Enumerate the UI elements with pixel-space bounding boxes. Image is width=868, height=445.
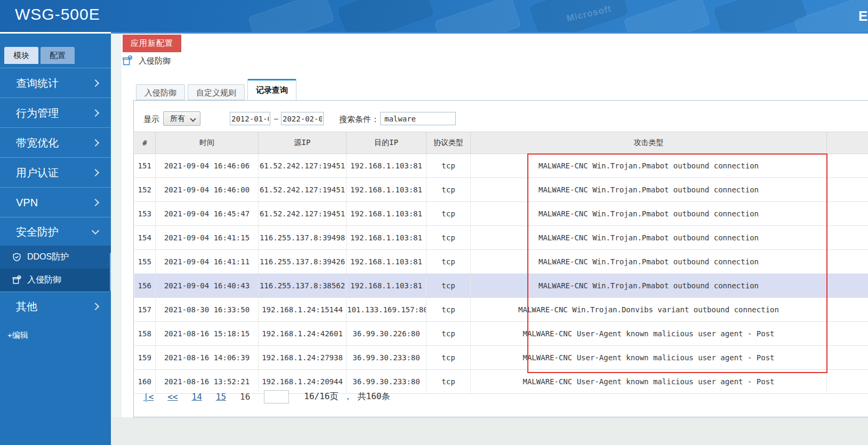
table-cell: 159 (134, 346, 156, 370)
pagination-page-info: 16/16页 (304, 391, 338, 402)
header-right-truncated-text[interactable]: E (858, 8, 867, 25)
chevron-right-icon (92, 303, 99, 310)
table-cell: 2021-08-30 16:33:50 (156, 298, 259, 322)
col-header-dst-ip: 目的IP (347, 132, 427, 154)
sidebar-item-ddos-protection[interactable]: DDOS防护 (0, 246, 111, 269)
table-cell: 192.168.1.103:81 (347, 202, 427, 226)
package-check-icon (12, 275, 22, 285)
sidebar-item-vpn[interactable]: VPN (0, 187, 111, 217)
table-row[interactable]: 1522021-09-04 16:46:0061.52.242.127:1945… (134, 178, 868, 202)
table-cell: MALWARE-CNC Win.Trojan.Pmabot outbound c… (471, 250, 827, 274)
keyboard-decoration (623, 0, 711, 32)
table-cell: MALWARE-CNC Win.Trojan.Pmabot outbound c… (471, 154, 827, 178)
sidebar-tab-modules[interactable]: 模块 (4, 47, 38, 64)
tab-custom-rules[interactable]: 自定义规则 (188, 84, 245, 100)
table-row[interactable]: 1592021-08-16 14:06:39192.168.1.24:27938… (134, 346, 868, 370)
tab-intrusion-prevention[interactable]: 入侵防御 (136, 84, 185, 100)
table-cell: MALWARE-CNC Win.Trojan.Pmabot outbound c… (471, 226, 827, 250)
sidebar: 模块 配置 查询统计 行为管理 带宽优化 用户认证 VPN (0, 32, 111, 445)
table-cell (827, 298, 868, 322)
table-row[interactable]: 1552021-09-04 16:41:11116.255.137.8:3942… (134, 250, 868, 274)
sidebar-edit-button[interactable]: +编辑 (0, 321, 111, 341)
table-row[interactable]: 1572021-08-30 16:33:50192.168.1.24:15144… (134, 298, 868, 322)
table-cell: 2021-09-04 16:41:15 (156, 226, 259, 250)
table-cell: 2021-09-04 16:45:47 (156, 202, 259, 226)
sidebar-menu: 查询统计 行为管理 带宽优化 用户认证 VPN 安全防护 (0, 68, 111, 341)
sidebar-item-label: 带宽优化 (16, 137, 59, 149)
apply-new-config-button[interactable]: 应用新配置 (123, 35, 181, 52)
sidebar-item-user-auth[interactable]: 用户认证 (0, 157, 111, 187)
table-cell: 2021-09-04 16:41:11 (156, 250, 259, 274)
table-cell (827, 274, 868, 298)
sidebar-item-others[interactable]: 其他 (0, 292, 111, 321)
record-query-panel: 显示 所有 – 搜索条件： # 时间 源IP 目的IP 协议类型 攻击类型 (133, 100, 868, 417)
col-header-attack-type: 攻击类型 (471, 132, 827, 154)
display-label: 显示 (143, 115, 159, 125)
sidebar-item-label: 行为管理 (16, 107, 59, 119)
chevron-down-icon (92, 226, 99, 234)
sidebar-item-query-stats[interactable]: 查询统计 (0, 68, 111, 98)
table-cell: 192.168.1.103:81 (347, 250, 427, 274)
sidebar-item-bandwidth[interactable]: 带宽优化 (0, 127, 111, 157)
table-cell: 61.52.242.127:19451 (259, 154, 347, 178)
table-cell (827, 346, 868, 370)
table-cell: 116.255.137.8:39498 (259, 226, 347, 250)
pagination: |< << 14 15 16 16/16页 ， 共160条 (143, 390, 395, 403)
content-tabbar: 入侵防御 自定义规则 记录查询 (136, 79, 299, 100)
table-cell: 2021-08-16 14:06:39 (156, 346, 259, 370)
pagination-page-input[interactable] (264, 390, 289, 403)
table-row[interactable]: 1532021-09-04 16:45:4761.52.242.127:1945… (134, 202, 868, 226)
table-header-row: # 时间 源IP 目的IP 协议类型 攻击类型 (134, 132, 868, 154)
table-cell: tcp (427, 226, 471, 250)
pagination-page-link[interactable]: 14 (192, 392, 202, 402)
table-cell: 156 (134, 274, 156, 298)
pagination-first-link[interactable]: |< (143, 392, 154, 402)
date-to-input[interactable] (281, 112, 324, 125)
pagination-prev-link[interactable]: << (167, 392, 178, 402)
table-cell: 192.168.1.103:81 (347, 226, 427, 250)
table-cell: 154 (134, 226, 156, 250)
table-row[interactable]: 1562021-09-04 16:40:43116.255.137.8:3856… (134, 274, 868, 298)
sidebar-item-security[interactable]: 安全防护 (0, 217, 111, 246)
table-cell: tcp (427, 202, 471, 226)
table-cell: MALWARE-CNC User-Agent known malicious u… (471, 322, 827, 346)
submenu-item-label: DDOS防护 (27, 252, 69, 263)
records-table: # 时间 源IP 目的IP 协议类型 攻击类型 1512021-09-04 16… (134, 132, 868, 394)
display-filter-select[interactable]: 所有 (163, 111, 200, 126)
table-row[interactable]: 1542021-09-04 16:41:15116.255.137.8:3949… (134, 226, 868, 250)
pagination-current-page: 16 (240, 392, 250, 402)
col-header-truncated (827, 132, 868, 154)
tab-record-query[interactable]: 记录查询 (247, 79, 296, 100)
table-cell (827, 370, 868, 394)
table-cell (827, 154, 868, 178)
table-cell: 36.99.30.233:80 (347, 346, 427, 370)
select-chevron-icon (190, 116, 196, 122)
table-cell: 61.52.242.127:19451 (259, 178, 347, 202)
table-cell: 155 (134, 250, 156, 274)
table-cell: 153 (134, 202, 156, 226)
table-row[interactable]: 1582021-08-16 15:18:15192.168.1.24:42601… (134, 322, 868, 346)
sidebar-item-label: 用户认证 (16, 167, 59, 179)
col-header-index: # (134, 132, 156, 154)
table-cell: MALWARE-CNC Win.Trojan.Pmabot outbound c… (471, 178, 827, 202)
table-cell: 2021-08-16 15:18:15 (156, 322, 259, 346)
package-check-icon (122, 55, 133, 67)
table-cell: MALWARE-CNC Win.Trojan.Pmabot outbound c… (471, 274, 827, 298)
table-cell: 101.133.169.157:80 (347, 298, 427, 322)
breadcrumb-label: 入侵防御 (139, 56, 171, 66)
sidebar-item-label: 其他 (16, 301, 37, 312)
col-header-protocol: 协议类型 (427, 132, 471, 154)
search-input[interactable] (380, 112, 456, 125)
submenu-item-label: 入侵防御 (27, 274, 61, 286)
sidebar-tab-config[interactable]: 配置 (41, 47, 75, 64)
table-row[interactable]: 1512021-09-04 16:46:0661.52.242.127:1945… (134, 154, 868, 178)
pagination-separator: ， (344, 391, 352, 402)
table-cell: 36.99.30.226:80 (347, 322, 427, 346)
app-title: WSG-500E (15, 5, 100, 23)
sidebar-item-intrusion-prevention[interactable]: 入侵防御 (0, 269, 111, 292)
sidebar-item-behavior-mgmt[interactable]: 行为管理 (0, 98, 111, 127)
pagination-page-link[interactable]: 15 (216, 392, 226, 402)
keyboard-decoration (337, 0, 434, 32)
date-from-input[interactable] (230, 112, 270, 125)
sidebar-item-label: 查询统计 (16, 77, 59, 89)
